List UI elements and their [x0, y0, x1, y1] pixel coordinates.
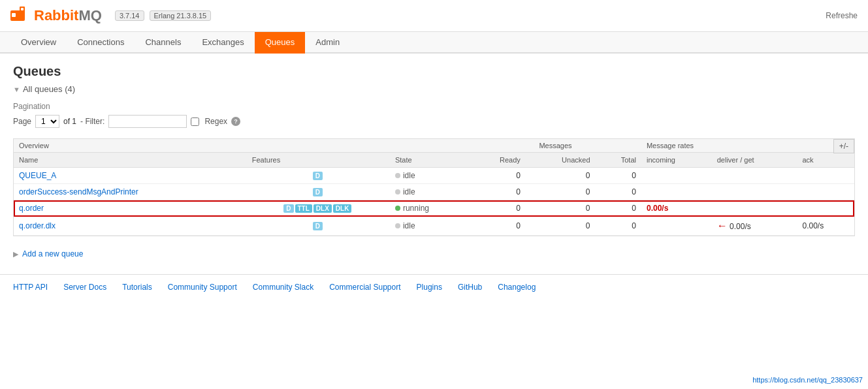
filter-input[interactable]: [108, 115, 187, 128]
footer-link-github[interactable]: GitHub: [458, 283, 482, 292]
footer-link-changelog[interactable]: Changelog: [498, 283, 536, 292]
page-select[interactable]: 1: [35, 115, 59, 128]
queue-total-cell: 0: [596, 184, 641, 200]
queue-ready-cell: 0: [470, 217, 526, 236]
queue-name-cell: q.order.dlx: [14, 217, 247, 236]
feature-badge: DLX: [313, 204, 332, 213]
collapse-arrow-icon[interactable]: ▼: [13, 86, 20, 93]
all-queues-label: All queues (4): [23, 84, 75, 94]
nav-item-admin[interactable]: Admin: [305, 32, 350, 54]
col-header-row: Name Features State Ready Unacked Total …: [14, 153, 854, 168]
nav-item-channels[interactable]: Channels: [135, 32, 191, 54]
queue-deliver_get-cell: ← 0.00/s: [712, 217, 797, 236]
col-state: State: [390, 153, 470, 168]
col-ack: ack: [797, 153, 855, 168]
of-label: of 1: [63, 117, 76, 126]
svg-rect-2: [21, 8, 24, 10]
table-row[interactable]: q.order.dlxDidle000← 0.00/s0.00/s: [14, 217, 854, 236]
header: RabbitMQ 3.7.14 Erlang 21.3.8.15 Refresh…: [0, 0, 868, 32]
footer-link-community-support[interactable]: Community Support: [168, 283, 237, 292]
queue-state-cell: idle: [390, 184, 470, 200]
page-title: Queues: [13, 64, 855, 79]
queue-incoming-cell: [641, 168, 712, 184]
queue-features-cell: D: [247, 168, 390, 184]
footer-link-tutorials[interactable]: Tutorials: [122, 283, 152, 292]
feature-badge: D: [313, 172, 323, 180]
queue-ack-cell: [797, 168, 855, 184]
queues-table: Overview Messages Message rates Name Fea…: [14, 139, 854, 236]
queue-ready-cell: 0: [470, 200, 526, 217]
queue-state-cell: idle: [390, 168, 470, 184]
queue-ready-cell: 0: [470, 168, 526, 184]
queue-unacked-cell: 0: [526, 168, 596, 184]
regex-checkbox[interactable]: [191, 117, 199, 126]
table-row[interactable]: orderSuccess-sendMsgAndPrinterDidle000: [14, 184, 854, 200]
queue-name-link[interactable]: orderSuccess-sendMsgAndPrinter: [19, 187, 138, 196]
logo-text: RabbitMQ: [34, 7, 102, 24]
col-incoming: incoming: [641, 153, 712, 168]
footer-link-plugins[interactable]: Plugins: [417, 283, 442, 292]
queue-incoming-cell: [641, 184, 712, 200]
queue-features-cell: D: [247, 184, 390, 200]
version-badge: 3.7.14: [115, 10, 144, 21]
queue-total-cell: 0: [596, 168, 641, 184]
queue-ready-cell: 0: [470, 184, 526, 200]
footer-link-community-slack[interactable]: Community Slack: [253, 283, 313, 292]
footer-link-http-api[interactable]: HTTP API: [13, 283, 48, 292]
table-row[interactable]: q.orderDTTLDLXDLKrunning0000.00/s: [14, 200, 854, 217]
queue-name-cell: orderSuccess-sendMsgAndPrinter: [14, 184, 247, 200]
svg-rect-3: [12, 13, 16, 17]
section-header: ▼ All queues (4): [13, 84, 855, 94]
state-dot-icon: [395, 223, 400, 228]
queue-features-cell: DTTLDLXDLK: [247, 200, 390, 217]
queue-incoming-cell: 0.00/s: [641, 200, 712, 217]
nav-item-queues[interactable]: Queues: [255, 32, 306, 54]
regex-label: Regex: [204, 117, 227, 126]
queue-state-cell: running: [390, 200, 470, 217]
overview-group-header: Overview: [14, 139, 470, 153]
group-header-row: Overview Messages Message rates: [14, 139, 854, 153]
queue-total-cell: 0: [596, 217, 641, 236]
nav-item-exchanges[interactable]: Exchanges: [191, 32, 254, 54]
help-icon[interactable]: ?: [231, 117, 240, 126]
pagination-label: Pagination: [13, 102, 855, 111]
queue-unacked-cell: 0: [526, 217, 596, 236]
queue-total-cell: 0: [596, 200, 641, 217]
queue-name-link[interactable]: q.order.dlx: [19, 221, 56, 230]
plus-minus-button[interactable]: +/-: [833, 139, 854, 153]
state-dot-icon: [395, 189, 400, 194]
queue-name-link[interactable]: QUEUE_A: [19, 171, 56, 180]
queue-ack-cell: 0.00/s: [797, 217, 855, 236]
refresh-label[interactable]: Refreshe: [826, 11, 858, 20]
nav-item-connections[interactable]: Connections: [67, 32, 135, 54]
footer-link-commercial-support[interactable]: Commercial Support: [329, 283, 400, 292]
filter-label: - Filter:: [80, 117, 104, 126]
col-ready: Ready: [470, 153, 526, 168]
rabbitmq-logo-icon: [10, 5, 31, 26]
queue-name-link[interactable]: q.order: [19, 204, 44, 213]
feature-badge: D: [283, 204, 293, 213]
queue-ack-cell: [797, 184, 855, 200]
queue-rows-body: QUEUE_ADidle000orderSuccess-sendMsgAndPr…: [14, 168, 854, 236]
logo: RabbitMQ: [10, 5, 102, 26]
add-queue-arrow-icon: ▶: [13, 250, 18, 258]
add-new-queue[interactable]: ▶ Add a new queue: [13, 244, 855, 264]
footer: HTTP APIServer DocsTutorialsCommunity Su…: [0, 274, 868, 300]
queue-unacked-cell: 0: [526, 184, 596, 200]
footer-link-server-docs[interactable]: Server Docs: [63, 283, 106, 292]
erlang-badge: Erlang 21.3.8.15: [150, 10, 212, 21]
main-nav: Overview Connections Channels Exchanges …: [0, 32, 868, 54]
state-text: idle: [403, 221, 415, 230]
queue-deliver_get-cell: [712, 184, 797, 200]
col-total: Total: [596, 153, 641, 168]
nav-item-overview[interactable]: Overview: [10, 32, 67, 54]
state-dot-icon: [395, 173, 400, 178]
page-label: Page: [13, 117, 31, 126]
queue-deliver_get-cell: [712, 200, 797, 217]
pagination-section: Pagination Page 1 of 1 - Filter: Regex ?: [13, 102, 855, 128]
table-row[interactable]: QUEUE_ADidle000: [14, 168, 854, 184]
messages-group-header: Messages: [470, 139, 641, 153]
queue-name-cell: QUEUE_A: [14, 168, 247, 184]
message-rates-group-header: Message rates: [641, 139, 854, 153]
queue-state-cell: idle: [390, 217, 470, 236]
